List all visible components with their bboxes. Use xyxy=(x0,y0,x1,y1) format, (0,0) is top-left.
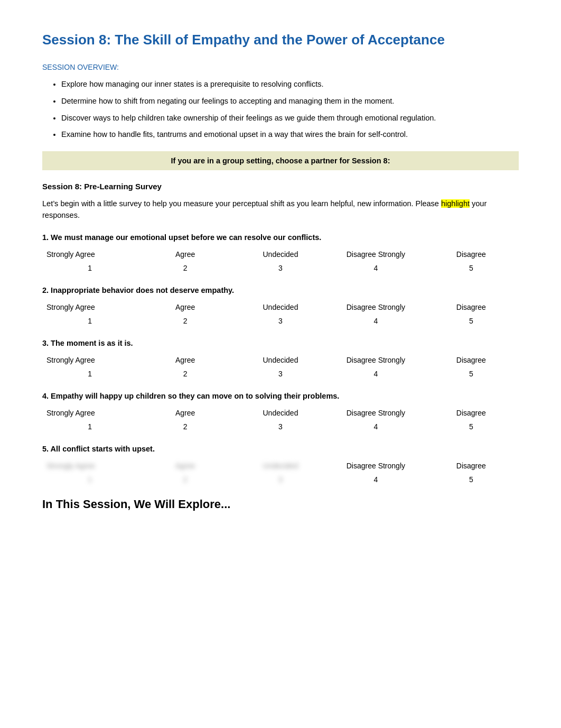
scale-num-1-4: 4 xyxy=(328,261,423,274)
scale-num-1-3: 3 xyxy=(233,261,328,274)
scale-label-1-1: Strongly Agree xyxy=(42,248,137,261)
scale-num-4-5: 5 xyxy=(424,419,519,433)
scale-label-1-3: Undecided xyxy=(233,248,328,261)
scale-num-2-1: 1 xyxy=(42,314,137,327)
scale-num-2-4: 4 xyxy=(328,314,423,327)
explore-heading: In This Session, We Will Explore... xyxy=(42,497,519,511)
question-2: 2. Inappropriate behavior does not deser… xyxy=(42,286,519,327)
scale-label-5-5: Disagree xyxy=(424,459,519,472)
scale-label-5-2: Agree xyxy=(137,459,232,472)
question-text-1: 1. We must manage our emotional upset be… xyxy=(42,233,519,242)
scale-label-3-4: Disagree Strongly xyxy=(328,354,423,366)
survey-heading: Session 8: Pre-Learning Survey xyxy=(42,182,519,191)
question-text-4: 4. Empathy will happy up children so the… xyxy=(42,392,519,400)
scale-label-3-3: Undecided xyxy=(233,354,328,366)
scale-num-4-4: 4 xyxy=(328,419,423,433)
scale-table-5: Strongly AgreeAgreeUndecidedDisagree Str… xyxy=(42,459,519,486)
bullet-item: Determine how to shift from negating our… xyxy=(61,96,519,107)
scale-num-2-3: 3 xyxy=(233,314,328,327)
scale-label-3-2: Agree xyxy=(137,354,232,366)
scale-label-2-4: Disagree Strongly xyxy=(328,301,423,314)
scale-num-4-2: 2 xyxy=(137,419,232,433)
scale-label-4-2: Agree xyxy=(137,407,232,419)
scale-label-2-2: Agree xyxy=(137,301,232,314)
scale-num-4-3: 3 xyxy=(233,419,328,433)
scale-label-3-1: Strongly Agree xyxy=(42,354,137,366)
scale-label-5-4: Disagree Strongly xyxy=(328,459,423,472)
questions-container: 1. We must manage our emotional upset be… xyxy=(42,233,519,486)
scale-label-4-5: Disagree xyxy=(424,407,519,419)
bullet-item: Examine how to handle fits, tantrums and… xyxy=(61,129,519,141)
scale-table-1: Strongly AgreeAgreeUndecidedDisagree Str… xyxy=(42,248,519,274)
page-title: Session 8: The Skill of Empathy and the … xyxy=(42,32,519,48)
scale-num-3-1: 1 xyxy=(42,366,137,380)
section-overview-label: SESSION OVERVIEW: xyxy=(42,63,519,71)
scale-label-5-3: Undecided xyxy=(233,459,328,472)
scale-num-2-5: 5 xyxy=(424,314,519,327)
scale-label-4-1: Strongly Agree xyxy=(42,407,137,419)
overview-bullets: Explore how managing our inner states is… xyxy=(61,79,519,141)
scale-table-2: Strongly AgreeAgreeUndecidedDisagree Str… xyxy=(42,301,519,327)
scale-num-3-2: 2 xyxy=(137,366,232,380)
question-1: 1. We must manage our emotional upset be… xyxy=(42,233,519,274)
question-text-3: 3. The moment is as it is. xyxy=(42,339,519,347)
group-notice: If you are in a group setting, choose a … xyxy=(42,151,519,170)
scale-num-5-4: 4 xyxy=(328,472,423,486)
scale-num-1-5: 5 xyxy=(424,261,519,274)
intro-text-before: Let’s begin with a little survey to help… xyxy=(42,199,441,208)
scale-label-2-3: Undecided xyxy=(233,301,328,314)
scale-label-4-3: Undecided xyxy=(233,407,328,419)
scale-num-5-2: 2 xyxy=(137,472,232,486)
question-text-5: 5. All conflict starts with upset. xyxy=(42,445,519,453)
scale-label-1-4: Disagree Strongly xyxy=(328,248,423,261)
question-4: 4. Empathy will happy up children so the… xyxy=(42,392,519,433)
bullet-item: Discover ways to help children take owne… xyxy=(61,113,519,124)
scale-label-5-1: Strongly Agree xyxy=(42,459,137,472)
scale-label-2-1: Strongly Agree xyxy=(42,301,137,314)
scale-num-3-4: 4 xyxy=(328,366,423,380)
scale-table-4: Strongly AgreeAgreeUndecidedDisagree Str… xyxy=(42,407,519,433)
scale-num-5-5: 5 xyxy=(424,472,519,486)
scale-label-1-2: Agree xyxy=(137,248,232,261)
scale-label-4-4: Disagree Strongly xyxy=(328,407,423,419)
scale-label-3-5: Disagree xyxy=(424,354,519,366)
scale-label-1-5: Disagree xyxy=(424,248,519,261)
question-text-2: 2. Inappropriate behavior does not deser… xyxy=(42,286,519,294)
scale-num-3-3: 3 xyxy=(233,366,328,380)
scale-num-2-2: 2 xyxy=(137,314,232,327)
scale-num-1-2: 2 xyxy=(137,261,232,274)
scale-table-3: Strongly AgreeAgreeUndecidedDisagree Str… xyxy=(42,354,519,380)
scale-label-2-5: Disagree xyxy=(424,301,519,314)
intro-highlight: highlight xyxy=(441,199,470,208)
scale-num-4-1: 1 xyxy=(42,419,137,433)
question-3: 3. The moment is as it is.Strongly Agree… xyxy=(42,339,519,380)
bullet-item: Explore how managing our inner states is… xyxy=(61,79,519,90)
intro-paragraph: Let’s begin with a little survey to help… xyxy=(42,198,519,222)
question-5: 5. All conflict starts with upset.Strong… xyxy=(42,445,519,486)
scale-num-5-3: 3 xyxy=(233,472,328,486)
scale-num-3-5: 5 xyxy=(424,366,519,380)
scale-num-5-1: 1 xyxy=(42,472,137,486)
scale-num-1-1: 1 xyxy=(42,261,137,274)
